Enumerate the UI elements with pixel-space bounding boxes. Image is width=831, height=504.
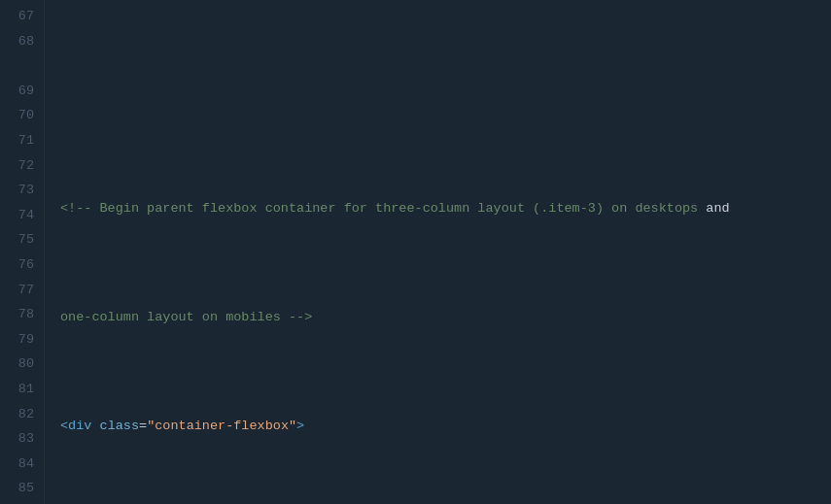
line-num-67: 67	[0, 4, 44, 29]
line-num-80: 80	[0, 352, 44, 377]
line-num-78: 78	[0, 302, 44, 327]
line-num-68: 68	[0, 29, 44, 54]
line-num-77: 77	[0, 278, 44, 303]
line-numbers: 67 68 69 70 71 72 73 74 75 76 77 78 79 8…	[0, 0, 45, 504]
code-line-69: <div class="container-flexbox">	[60, 414, 831, 439]
line-num-83: 83	[0, 426, 44, 452]
line-num-69: 69	[0, 79, 44, 104]
code-line-68a: <!-- Begin parent flexbox container for …	[60, 196, 831, 221]
code-content: 67 68 69 70 71 72 73 74 75 76 77 78 79 8…	[0, 0, 831, 504]
line-num-79: 79	[0, 327, 44, 353]
line-num-75: 75	[0, 227, 44, 252]
line-num-70: 70	[0, 103, 44, 128]
plain-69	[91, 416, 99, 437]
line-num-85: 85	[0, 476, 44, 501]
tag-bracket-69: <	[60, 416, 68, 437]
line-num-81: 81	[0, 377, 44, 402]
line-num-68b	[0, 53, 44, 79]
code-lines: <!-- Begin parent flexbox container for …	[45, 0, 831, 504]
attr-class-69: class	[100, 416, 140, 437]
line-num-84: 84	[0, 452, 44, 477]
line-num-73: 73	[0, 178, 44, 203]
line-num-74: 74	[0, 203, 44, 228]
code-line-67	[60, 87, 831, 113]
attr-val-69: "container-flexbox"	[147, 416, 296, 437]
comment-68b: one-column layout on mobiles -->	[60, 307, 312, 328]
line-num-71: 71	[0, 128, 44, 153]
code-editor: 67 68 69 70 71 72 73 74 75 76 77 78 79 8…	[0, 0, 831, 504]
code-line-68b: one-column layout on mobiles -->	[60, 305, 831, 330]
line-num-76: 76	[0, 252, 44, 278]
line-num-72: 72	[0, 153, 44, 179]
line-num-82: 82	[0, 402, 44, 427]
comment-68a: <!-- Begin parent flexbox container for …	[60, 198, 730, 219]
tag-div-69: div	[68, 416, 91, 437]
